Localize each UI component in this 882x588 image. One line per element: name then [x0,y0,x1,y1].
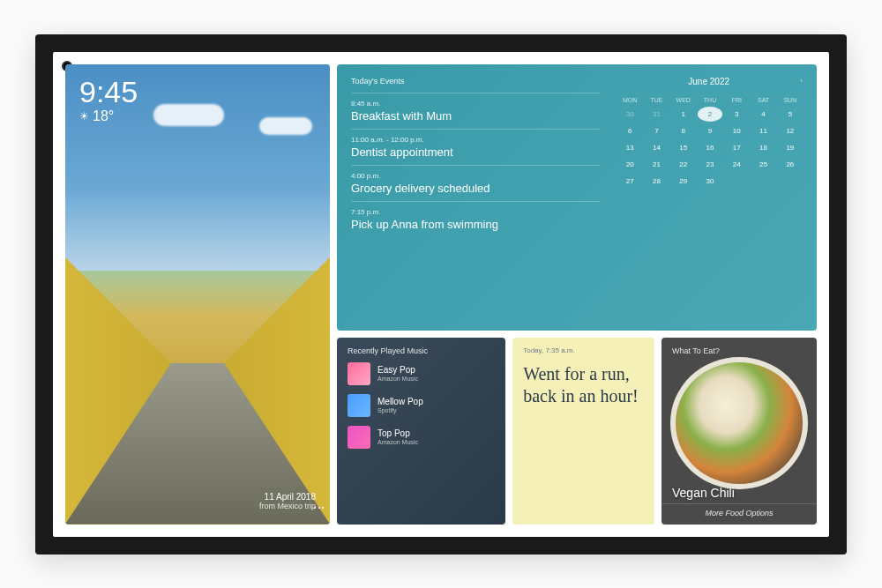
weather-icon: ☀ [79,110,89,123]
calendar-dow: SUN [778,95,803,105]
event-title: Pick up Anna from swimming [351,218,600,231]
calendar-day[interactable]: 4 [751,107,775,122]
calendar[interactable]: › June 2022 MONTUEWEDTHUFRISATSUN3031123… [617,77,803,319]
calendar-day[interactable]: 10 [724,123,749,138]
calendar-day[interactable]: 14 [644,140,669,155]
note-text: Went for a run, back in an hour! [523,363,644,515]
calendar-day[interactable]: 29 [671,174,696,189]
food-name: Vegan Chili [672,486,735,500]
event-title: Dentist appointment [351,145,600,159]
calendar-day[interactable]: 1 [671,107,696,122]
music-heading: Recently Played Music [348,346,495,355]
device-frame: 9:45 ☀ 18° 11 April 2018 from Mexico tri… [35,34,847,555]
calendar-day[interactable]: 13 [617,140,642,155]
event-time: 7:15 p.m. [351,208,600,216]
album-art-icon [348,394,370,417]
calendar-day[interactable]: 22 [671,157,696,172]
music-item[interactable]: Top Pop Amazon Music [348,426,495,449]
music-source: Spotify [377,407,423,414]
photo-metadata: 11 April 2018 from Mexico trip [259,492,316,510]
events-calendar-widget[interactable]: Today's Events 8:45 a.m. Breakfast with … [337,64,817,331]
calendar-day[interactable]: 16 [698,140,722,155]
cloud-shape [153,104,224,126]
calendar-day[interactable]: 20 [617,157,642,172]
calendar-month: June 2022 [617,77,803,86]
calendar-day[interactable]: 28 [644,174,669,189]
food-image [670,357,808,488]
calendar-day[interactable]: 27 [617,174,642,189]
calendar-day[interactable]: 25 [751,157,775,172]
music-item[interactable]: Mellow Pop Spotify [348,394,495,417]
album-art-icon [348,426,370,449]
photo-widget[interactable]: 9:45 ☀ 18° 11 April 2018 from Mexico tri… [65,64,330,525]
calendar-day[interactable]: 17 [724,140,749,155]
temperature: 18° [93,108,114,124]
calendar-dow: WED [671,95,696,105]
calendar-dow: TUE [644,95,669,105]
event-time: 8:45 a.m. [351,100,600,108]
calendar-dow: MON [617,95,642,105]
calendar-grid: MONTUEWEDTHUFRISATSUN3031123456789101112… [617,95,803,189]
clock-time: 9:45 [79,77,138,107]
calendar-day[interactable]: 24 [724,157,749,172]
calendar-day[interactable]: 12 [778,123,803,138]
food-widget[interactable]: What To Eat? Vegan Chili More Food Optio… [662,338,817,524]
calendar-day[interactable]: 31 [644,107,669,122]
cloud-shape [259,117,312,135]
calendar-day[interactable]: 5 [778,107,803,122]
calendar-day[interactable]: 23 [698,157,722,172]
calendar-day[interactable]: 6 [617,123,642,138]
event-title: Breakfast with Mum [351,109,600,123]
calendar-day[interactable]: 2 [698,107,722,122]
events-list: Today's Events 8:45 a.m. Breakfast with … [351,77,600,319]
screen-bezel: 9:45 ☀ 18° 11 April 2018 from Mexico tri… [53,52,829,537]
music-source: Amazon Music [377,439,418,446]
sticky-note-widget[interactable]: Today, 7:35 a.m. Went for a run, back in… [512,338,654,524]
event-item[interactable]: 11:00 a.m. - 12:00 p.m. Dentist appointm… [351,129,600,165]
calendar-day[interactable]: 30 [617,107,642,122]
calendar-day[interactable]: 3 [724,107,749,122]
photo-source: from Mexico trip [259,502,316,510]
event-time: 4:00 p.m. [351,172,600,180]
event-item[interactable]: 4:00 p.m. Grocery delivery scheduled [351,165,600,201]
home-screen: 9:45 ☀ 18° 11 April 2018 from Mexico tri… [65,64,817,525]
calendar-day[interactable]: 8 [671,123,696,138]
music-widget[interactable]: Recently Played Music Easy Pop Amazon Mu… [337,338,505,524]
food-heading: What To Eat? [672,346,806,355]
calendar-day[interactable]: 18 [751,140,775,155]
calendar-day[interactable]: 19 [778,140,803,155]
calendar-day[interactable]: 7 [644,123,669,138]
chevron-right-icon[interactable]: › [800,77,803,85]
calendar-dow: SAT [751,95,775,105]
more-food-link[interactable]: More Food Options [662,503,817,517]
calendar-dow: FRI [724,95,749,105]
calendar-day[interactable]: 9 [698,123,722,138]
calendar-dow: THU [698,95,722,105]
event-item[interactable]: 8:45 a.m. Breakfast with Mum [351,93,600,129]
calendar-day[interactable]: 11 [751,123,775,138]
event-title: Grocery delivery scheduled [351,182,600,195]
right-column: Today's Events 8:45 a.m. Breakfast with … [337,64,817,525]
album-art-icon [348,362,370,385]
music-source: Amazon Music [377,376,418,383]
photo-date: 11 April 2018 [259,492,316,502]
music-title: Top Pop [377,428,418,439]
calendar-day[interactable]: 15 [671,140,696,155]
music-item[interactable]: Easy Pop Amazon Music [348,362,495,385]
music-title: Mellow Pop [377,397,423,407]
event-item[interactable]: 7:15 p.m. Pick up Anna from swimming [351,201,600,237]
calendar-day[interactable]: 21 [644,157,669,172]
more-icon[interactable]: ⋮ [312,502,326,512]
calendar-day[interactable]: 30 [698,174,722,189]
music-title: Easy Pop [377,365,418,376]
note-timestamp: Today, 7:35 a.m. [523,346,644,354]
time-weather: 9:45 ☀ 18° [79,77,138,124]
bottom-widget-row: Recently Played Music Easy Pop Amazon Mu… [337,338,817,524]
events-heading: Today's Events [351,77,600,86]
calendar-day[interactable]: 26 [778,157,803,172]
event-time: 11:00 a.m. - 12:00 p.m. [351,136,600,144]
